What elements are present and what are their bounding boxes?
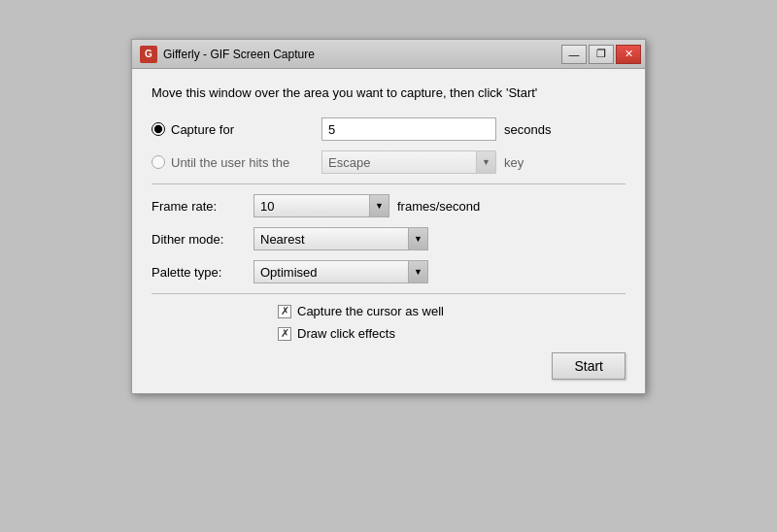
restore-button[interactable]: ❐ xyxy=(589,45,614,64)
key-label: key xyxy=(504,155,524,170)
key-dropdown-wrapper: Escape ▼ xyxy=(321,150,496,174)
until-key-label[interactable]: Until the user hits the xyxy=(152,155,321,170)
minimize-button[interactable]: — xyxy=(561,45,587,64)
until-key-radio[interactable] xyxy=(152,155,165,169)
click-effects-checkbox[interactable]: ✗ xyxy=(278,327,291,341)
frame-rate-dropdown-wrapper: 10 ▼ xyxy=(253,194,389,217)
palette-type-dropdown-wrapper: Optimised ▼ xyxy=(253,260,428,283)
dither-mode-dropdown-arrow: ▼ xyxy=(408,228,427,249)
seconds-label: seconds xyxy=(504,122,551,137)
instruction-text: Move this window over the area you want … xyxy=(152,84,625,102)
window-content: Move this window over the area you want … xyxy=(132,69,645,393)
dither-mode-row: Dither mode: Nearest ▼ xyxy=(152,227,625,250)
key-dropdown-arrow: ▼ xyxy=(476,151,495,173)
frame-rate-dropdown[interactable]: 10 ▼ xyxy=(253,194,389,217)
fps-label: frames/second xyxy=(397,199,480,214)
click-effects-checkbox-row: ✗ Draw click effects xyxy=(152,326,625,341)
cursor-checkbox-row: ✗ Capture the cursor as well xyxy=(152,304,625,318)
cursor-checkbox-label: Capture the cursor as well xyxy=(297,304,444,318)
palette-type-dropdown-arrow: ▼ xyxy=(408,261,427,283)
cursor-checkbox[interactable]: ✗ xyxy=(278,305,291,318)
title-bar: G Gifferly - GIF Screen Capture — ❐ ✕ xyxy=(132,40,645,69)
frame-rate-label: Frame rate: xyxy=(152,199,253,214)
window-title: Gifferly - GIF Screen Capture xyxy=(163,48,315,61)
separator-1 xyxy=(152,183,625,184)
frame-rate-row: Frame rate: 10 ▼ frames/second xyxy=(152,194,625,217)
dither-mode-dropdown-wrapper: Nearest ▼ xyxy=(253,227,428,250)
button-row: Start xyxy=(152,352,625,380)
dither-mode-label: Dither mode: xyxy=(152,232,253,247)
capture-for-radio[interactable] xyxy=(152,122,165,136)
until-key-row: Until the user hits the Escape ▼ key xyxy=(152,150,625,174)
start-button[interactable]: Start xyxy=(552,352,625,380)
capture-for-label[interactable]: Capture for xyxy=(152,122,321,137)
palette-type-label: Palette type: xyxy=(152,265,253,280)
capture-for-row: Capture for seconds xyxy=(152,117,625,141)
app-icon: G xyxy=(140,46,157,63)
capture-seconds-input[interactable] xyxy=(321,117,496,141)
key-dropdown[interactable]: Escape ▼ xyxy=(321,150,496,174)
title-buttons: — ❐ ✕ xyxy=(561,45,641,64)
palette-type-row: Palette type: Optimised ▼ xyxy=(152,260,625,283)
title-bar-left: G Gifferly - GIF Screen Capture xyxy=(140,46,315,63)
close-button[interactable]: ✕ xyxy=(616,45,641,64)
main-window: G Gifferly - GIF Screen Capture — ❐ ✕ Mo… xyxy=(131,39,646,394)
click-effects-checkbox-label: Draw click effects xyxy=(297,326,395,341)
separator-2 xyxy=(152,293,625,294)
palette-type-dropdown[interactable]: Optimised ▼ xyxy=(253,260,428,283)
frame-rate-dropdown-arrow: ▼ xyxy=(369,195,388,216)
dither-mode-dropdown[interactable]: Nearest ▼ xyxy=(253,227,428,250)
